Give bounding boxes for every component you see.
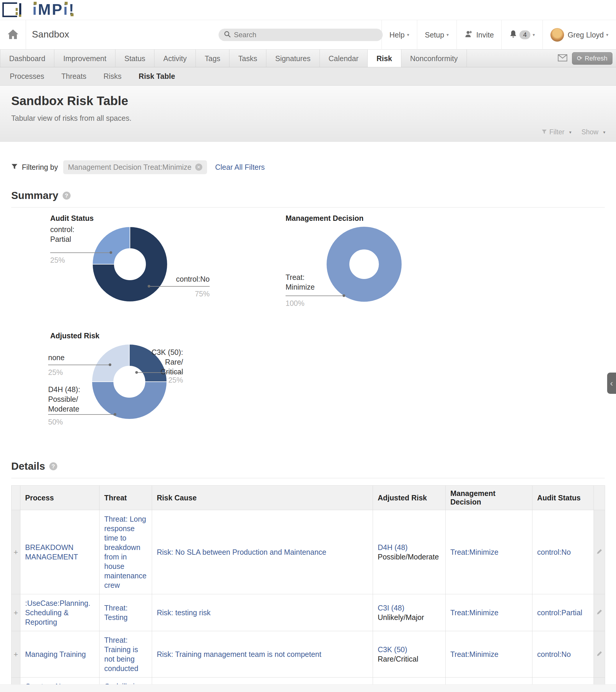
threat-link[interactable]: Threat: Testing (104, 604, 128, 622)
details-section-header: Details ? (11, 460, 616, 472)
tab-nonconformity[interactable]: Nonconformity (401, 49, 467, 67)
tab-risk[interactable]: Risk (368, 49, 401, 67)
tab-tags[interactable]: Tags (196, 49, 230, 67)
remove-filter-icon[interactable]: ✕ (195, 164, 202, 171)
page-header: Sandbox Risk Table Tabular view of risks… (0, 86, 616, 142)
table-header-row: Process Threat Risk Cause Adjusted Risk … (12, 485, 605, 510)
donut-slice[interactable] (92, 382, 167, 419)
space-title: Sandbox (32, 29, 69, 40)
process-link[interactable]: BREAKDOWN MANAGEMENT (25, 543, 78, 561)
user-name: Greg Lloyd (568, 31, 603, 39)
notification-count-badge: 4 (519, 30, 530, 39)
edit-icon[interactable] (596, 608, 603, 617)
search-input[interactable]: Search (218, 29, 383, 41)
filter-label: Filter (549, 128, 564, 136)
process-link[interactable]: :UseCase:Planning. Scheduling & Reportin… (25, 599, 90, 626)
management-decision-link[interactable]: Treat:Minimize (450, 548, 498, 556)
slice-percent: 25% (50, 256, 65, 264)
chevron-down-icon: ▾ (446, 32, 449, 38)
process-link[interactable]: Managing Training (25, 650, 86, 658)
brand-logo-text: iMPi! (33, 1, 75, 18)
threat-link[interactable]: Threat: Long response time to breakdown … (104, 515, 147, 589)
risk-cause-link[interactable]: Risk: No SLA between Production and Main… (157, 548, 326, 556)
risk-cause-link[interactable]: Risk: Training management team is not co… (157, 650, 321, 658)
tab-tasks[interactable]: Tasks (230, 49, 267, 67)
slice-label: control: Partial (50, 225, 75, 244)
help-label: Help (389, 31, 405, 39)
logo-char: i (33, 1, 38, 18)
audit-status-link[interactable]: control:No (537, 650, 571, 658)
chevron-down-icon: ▾ (606, 32, 608, 38)
slice-label: D4H (48): Possible/ Moderate (48, 385, 80, 414)
invite-user-icon (465, 30, 473, 40)
subnav-threats[interactable]: Threats (61, 72, 86, 81)
filter-chip[interactable]: Management Decision Treat:Minimize ✕ (63, 160, 207, 174)
page-title: Sandbox Risk Table (11, 94, 128, 108)
refresh-button[interactable]: ⟳ Refresh (572, 52, 613, 65)
filter-control[interactable]: Filter ▾ (541, 128, 571, 136)
adjusted-risk-severity: Rare/Critical (378, 654, 441, 664)
help-icon[interactable]: ? (49, 462, 57, 470)
app-header: Sandbox Search Help ▾ Setup ▾ Invite 4 ▾ (0, 20, 616, 49)
adjusted-risk-code[interactable]: C3K (50) (378, 645, 441, 654)
tab-calendar[interactable]: Calendar (320, 49, 368, 67)
edit-icon[interactable] (596, 548, 603, 557)
management-decision-link[interactable]: Treat:Minimize (450, 608, 498, 617)
side-panel-toggle[interactable]: ‹ (607, 372, 616, 394)
donut-slice[interactable] (338, 238, 390, 290)
management-decision-donut-chart[interactable] (326, 226, 403, 303)
clear-all-filters-link[interactable]: Clear All Filters (215, 163, 265, 172)
audit-status-donut-chart[interactable] (91, 226, 168, 303)
adjusted-risk-code[interactable]: D4H (48) (378, 543, 441, 552)
refresh-icon: ⟳ (577, 55, 582, 62)
tab-activity[interactable]: Activity (154, 49, 196, 67)
show-control[interactable]: Show ▾ (581, 128, 606, 136)
adjusted-risk-chart-title: Adjusted Risk (50, 331, 100, 340)
leader-line (48, 365, 110, 365)
expand-row-button[interactable]: + (14, 650, 18, 658)
expand-column-header (12, 485, 20, 510)
management-decision-link[interactable]: Treat:Minimize (450, 650, 498, 658)
slice-percent: 25% (127, 376, 183, 384)
main-tab-bar: Dashboard Improvement Status Activity Ta… (0, 49, 616, 67)
help-menu[interactable]: Help ▾ (382, 20, 417, 49)
home-button[interactable] (0, 20, 26, 49)
chevron-down-icon: ▾ (407, 32, 409, 38)
invite-button[interactable]: Invite (456, 20, 502, 49)
threat-link[interactable]: Threat: Training is not being conducted (104, 636, 138, 672)
logo-char: i (63, 1, 68, 18)
help-icon[interactable]: ? (63, 192, 70, 199)
subnav-risks[interactable]: Risks (103, 72, 121, 81)
expand-row-button[interactable]: + (14, 608, 18, 617)
setup-label: Setup (425, 31, 444, 39)
search-placeholder: Search (234, 31, 256, 39)
avatar (550, 28, 564, 42)
user-menu[interactable]: Greg Lloyd ▾ (543, 20, 616, 49)
edit-icon[interactable] (596, 650, 603, 658)
refresh-label: Refresh (585, 55, 608, 62)
tab-dashboard[interactable]: Dashboard (0, 49, 54, 67)
chevron-down-icon: ▾ (533, 32, 535, 38)
tab-improvement[interactable]: Improvement (54, 49, 115, 67)
table-row: + Managing Training Threat: Training is … (12, 631, 605, 677)
setup-menu[interactable]: Setup ▾ (417, 20, 456, 49)
risk-details-table: Process Threat Risk Cause Adjusted Risk … (11, 485, 605, 692)
summary-section-header: Summary ? (11, 190, 616, 201)
slice-percent: 25% (48, 368, 63, 377)
donut-slice[interactable] (92, 344, 129, 382)
subnav-risk-table[interactable]: Risk Table (139, 72, 175, 81)
logo-char: ! (69, 1, 75, 18)
donut-slice[interactable] (92, 227, 130, 264)
risk-cause-link[interactable]: Risk: testing risk (157, 608, 211, 617)
tab-status[interactable]: Status (115, 49, 154, 67)
audit-status-link[interactable]: control:Partial (537, 608, 582, 617)
adjusted-risk-severity: Possible/Moderate (378, 552, 441, 562)
show-label: Show (581, 128, 599, 136)
tab-signatures[interactable]: Signatures (267, 49, 320, 67)
subnav-processes[interactable]: Processes (10, 72, 44, 81)
envelope-icon[interactable] (558, 54, 567, 63)
audit-status-link[interactable]: control:No (537, 548, 571, 556)
expand-row-button[interactable]: + (14, 548, 18, 557)
adjusted-risk-code[interactable]: C3I (48) (378, 603, 441, 612)
notifications-menu[interactable]: 4 ▾ (502, 20, 543, 49)
